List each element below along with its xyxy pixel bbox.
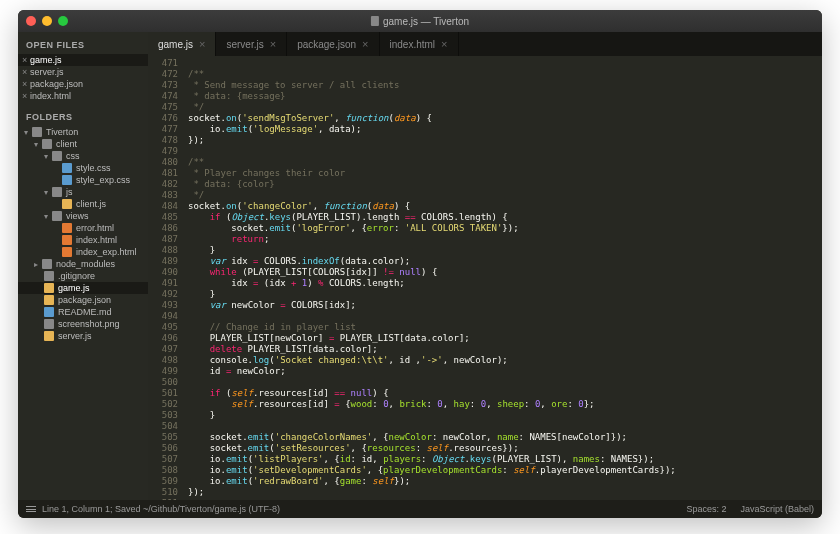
tab[interactable]: package.json× [287, 32, 379, 56]
code-content[interactable]: /** * Send message to server / all clien… [184, 56, 822, 500]
tab-row: game.js×server.js×package.json×index.htm… [148, 32, 822, 56]
folder-label: node_modules [56, 259, 115, 269]
tab-close-icon[interactable]: × [270, 38, 276, 50]
file-label: style_exp.css [76, 175, 130, 185]
tab-label: index.html [390, 39, 436, 50]
minimize-button[interactable] [42, 16, 52, 26]
file-gitignore[interactable]: .gitignore [18, 270, 148, 282]
window-title: game.js — Tiverton [371, 16, 469, 27]
folder-root[interactable]: ▾Tiverton [18, 126, 148, 138]
open-file-item[interactable]: ×server.js [18, 66, 148, 78]
file-label: server.js [58, 331, 92, 341]
open-file-label: package.json [30, 79, 83, 89]
json-file-icon [44, 295, 54, 305]
tab-close-icon[interactable]: × [441, 38, 447, 50]
tab-close-icon[interactable]: × [362, 38, 368, 50]
file-label: style.css [76, 163, 111, 173]
title-text: game.js — Tiverton [383, 16, 469, 27]
tab-label: package.json [297, 39, 356, 50]
indentation-setting[interactable]: Spaces: 2 [686, 504, 726, 514]
folder-views[interactable]: ▾views [18, 210, 148, 222]
open-file-item[interactable]: ×index.html [18, 90, 148, 102]
tab-label: game.js [158, 39, 193, 50]
file-error-html[interactable]: error.html [18, 222, 148, 234]
statusbar: Line 1, Column 1; Saved ~/Github/Tiverto… [18, 500, 822, 518]
folder-icon [42, 259, 52, 269]
file-label: screenshot.png [58, 319, 120, 329]
html-file-icon [62, 247, 72, 257]
file-label: index.html [76, 235, 117, 245]
status-message: Line 1, Column 1; Saved ~/Github/Tiverto… [42, 504, 280, 514]
folder-label: client [56, 139, 77, 149]
open-file-label: index.html [30, 91, 71, 101]
file-game-js[interactable]: game.js [18, 282, 148, 294]
folder-client[interactable]: ▾client [18, 138, 148, 150]
image-file-icon [44, 319, 54, 329]
file-label: .gitignore [58, 271, 95, 281]
file-icon [44, 271, 54, 281]
open-file-label: game.js [30, 55, 62, 65]
css-file-icon [62, 175, 72, 185]
file-label: game.js [58, 283, 90, 293]
folder-label: js [66, 187, 73, 197]
close-file-icon[interactable]: × [22, 67, 30, 77]
close-button[interactable] [26, 16, 36, 26]
folder-icon [52, 211, 62, 221]
file-server-js[interactable]: server.js [18, 330, 148, 342]
close-file-icon[interactable]: × [22, 55, 30, 65]
menu-icon[interactable] [26, 506, 36, 512]
file-label: error.html [76, 223, 114, 233]
file-style-css[interactable]: style.css [18, 162, 148, 174]
gutter: 471 472 473 474 475 476 477 478 479 480 … [148, 56, 184, 500]
folder-icon [42, 139, 52, 149]
close-file-icon[interactable]: × [22, 91, 30, 101]
file-index-html[interactable]: index.html [18, 234, 148, 246]
folder-label: css [66, 151, 80, 161]
folder-label: Tiverton [46, 127, 78, 137]
folder-css[interactable]: ▾css [18, 150, 148, 162]
folder-icon [52, 187, 62, 197]
tab[interactable]: server.js× [216, 32, 287, 56]
file-client-js[interactable]: client.js [18, 198, 148, 210]
folder-js[interactable]: ▾js [18, 186, 148, 198]
maximize-button[interactable] [58, 16, 68, 26]
editor-window: game.js — Tiverton OPEN FILES ×game.js×s… [18, 10, 822, 518]
file-screenshot-png[interactable]: screenshot.png [18, 318, 148, 330]
html-file-icon [62, 223, 72, 233]
folder-icon [32, 127, 42, 137]
code-view: 471 472 473 474 475 476 477 478 479 480 … [148, 56, 822, 500]
html-file-icon [62, 235, 72, 245]
tab[interactable]: game.js× [148, 32, 216, 56]
file-index-exp-html[interactable]: index_exp.html [18, 246, 148, 258]
sidebar: OPEN FILES ×game.js×server.js×package.js… [18, 32, 148, 500]
file-label: client.js [76, 199, 106, 209]
file-readme-md[interactable]: README.md [18, 306, 148, 318]
tab-close-icon[interactable]: × [199, 38, 205, 50]
md-file-icon [44, 307, 54, 317]
titlebar[interactable]: game.js — Tiverton [18, 10, 822, 32]
status-right: Spaces: 2 JavaScript (Babel) [686, 504, 814, 514]
folders-header: FOLDERS [18, 108, 148, 126]
window-body: OPEN FILES ×game.js×server.js×package.js… [18, 32, 822, 500]
open-file-label: server.js [30, 67, 64, 77]
traffic-lights [26, 16, 68, 26]
file-package-json[interactable]: package.json [18, 294, 148, 306]
open-file-item[interactable]: ×package.json [18, 78, 148, 90]
file-label: index_exp.html [76, 247, 137, 257]
open-files-header: OPEN FILES [18, 36, 148, 54]
syntax-setting[interactable]: JavaScript (Babel) [740, 504, 814, 514]
close-file-icon[interactable]: × [22, 79, 30, 89]
file-label: package.json [58, 295, 111, 305]
js-file-icon [62, 199, 72, 209]
editor-area: game.js×server.js×package.json×index.htm… [148, 32, 822, 500]
tab[interactable]: index.html× [380, 32, 459, 56]
status-left: Line 1, Column 1; Saved ~/Github/Tiverto… [26, 504, 280, 514]
tab-label: server.js [226, 39, 263, 50]
folder-icon [52, 151, 62, 161]
open-files-list: ×game.js×server.js×package.json×index.ht… [18, 54, 148, 102]
open-file-item[interactable]: ×game.js [18, 54, 148, 66]
js-file-icon [44, 331, 54, 341]
file-style-exp-css[interactable]: style_exp.css [18, 174, 148, 186]
folder-node-modules[interactable]: ▸node_modules [18, 258, 148, 270]
folder-label: views [66, 211, 89, 221]
